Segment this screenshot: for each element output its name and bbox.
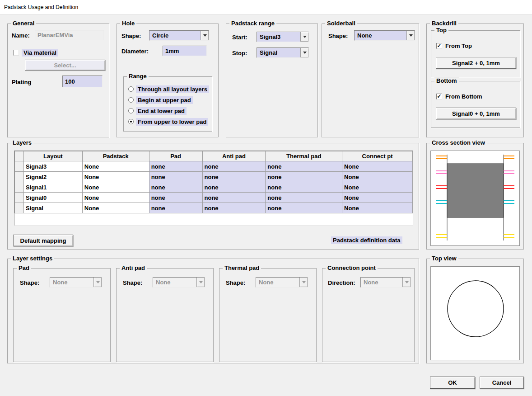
direction-combo[interactable]: None — [360, 277, 411, 288]
stop-combo[interactable]: Signal — [257, 47, 309, 58]
radio-through-all-layers-label: Through all layout layers — [136, 85, 209, 93]
direction-label: Direction: — [328, 279, 355, 286]
chevron-down-icon — [402, 278, 411, 287]
hole-shape-label: Shape: — [121, 33, 141, 39]
connection-point-legend: Connection point — [326, 264, 378, 271]
cell-anti-pad[interactable]: none — [202, 203, 266, 213]
hole-diameter-input[interactable] — [163, 46, 207, 56]
start-combo[interactable]: Signal3 — [257, 32, 309, 42]
backdrill-top-group: Top From Top Signal2 + 0, 1mm — [431, 30, 520, 77]
top-view-legend: Top view — [430, 255, 458, 262]
cell-anti-pad[interactable]: none — [202, 193, 266, 203]
default-mapping-button[interactable]: Default mapping — [13, 235, 73, 246]
radio-end-lower-pad[interactable] — [128, 108, 134, 113]
table-row: Signal3 None none none none None — [15, 161, 413, 172]
backdrill-bottom-button[interactable]: Signal0 + 0, 1mm — [436, 108, 516, 119]
via-material-checkbox[interactable] — [13, 50, 19, 56]
padstack-range-legend: Padstack range — [229, 20, 276, 27]
hole-shape-combo[interactable]: Circle — [149, 30, 209, 41]
radio-through-all-layers[interactable] — [128, 86, 134, 92]
radio-upper-to-lower-pad[interactable] — [128, 119, 134, 124]
cell-padstack[interactable]: None — [82, 203, 149, 213]
solderball-shape-combo[interactable]: None — [354, 30, 415, 41]
cross-section-canvas[interactable] — [430, 151, 520, 246]
cell-thermal-pad[interactable]: none — [266, 172, 342, 182]
cancel-button[interactable]: Cancel — [480, 377, 524, 389]
backdrill-bottom-group: Bottom From Bottom Signal0 + 0, 1mm — [431, 81, 520, 128]
chevron-down-icon — [201, 31, 209, 40]
cell-connect-pt[interactable]: None — [342, 172, 413, 182]
name-input[interactable] — [35, 30, 104, 40]
cell-layout[interactable]: Signal — [23, 203, 82, 213]
cell-layout[interactable]: Signal0 — [23, 193, 82, 203]
anti-pad-shape-combo[interactable]: None — [153, 277, 205, 288]
cell-pad[interactable]: none — [149, 203, 202, 213]
cell-thermal-pad[interactable]: none — [266, 161, 342, 172]
top-view-drawing — [431, 267, 519, 360]
cell-pad[interactable]: none — [149, 172, 202, 182]
window-title: Padstack Usage and Definition — [4, 4, 78, 10]
table-header-row: Layout Padstack Pad Anti pad Thermal pad… — [15, 151, 413, 161]
layer-settings-legend: Layer settings — [11, 255, 54, 262]
cell-padstack[interactable]: None — [82, 161, 149, 172]
cell-connect-pt[interactable]: None — [342, 193, 413, 203]
cell-connect-pt[interactable]: None — [342, 203, 413, 213]
cell-layout[interactable]: Signal1 — [23, 182, 82, 193]
cell-anti-pad[interactable]: none — [202, 172, 266, 182]
from-top-checkbox[interactable] — [436, 43, 442, 49]
col-header-pad: Pad — [149, 151, 202, 161]
top-view-canvas[interactable] — [430, 266, 520, 360]
cross-section-drawing — [431, 151, 519, 245]
cross-section-legend: Cross section view — [430, 139, 487, 146]
cell-connect-pt[interactable]: None — [342, 182, 413, 193]
ok-button[interactable]: OK — [430, 377, 475, 389]
layers-group: Layers Layout Padstack Pad Anti pad Ther… — [7, 143, 419, 250]
cell-anti-pad[interactable]: none — [202, 182, 266, 193]
pad-shape-combo[interactable]: None — [50, 277, 102, 288]
connection-point-group: Connection point Direction: None — [322, 268, 415, 362]
padstack-range-group: Padstack range Start: Signal3 Stop: Sign… — [226, 24, 318, 137]
cell-padstack[interactable]: None — [82, 182, 149, 193]
layers-table[interactable]: Layout Padstack Pad Anti pad Thermal pad… — [14, 151, 413, 226]
backdrill-bottom-legend: Bottom — [434, 77, 459, 84]
cell-pad[interactable]: none — [149, 161, 202, 172]
chevron-down-icon — [406, 31, 415, 40]
col-header-thermal-pad: Thermal pad — [266, 151, 342, 161]
solderball-group: Solderball Shape: None — [322, 24, 419, 137]
table-row: Signal None none none none None — [15, 203, 413, 213]
solderball-shape-label: Shape: — [328, 33, 348, 39]
cell-padstack[interactable]: None — [82, 172, 149, 182]
from-bottom-checkbox[interactable] — [436, 94, 442, 99]
pad-shape-label: Shape: — [20, 279, 39, 286]
cell-connect-pt[interactable]: None — [342, 161, 413, 172]
backdrill-top-button[interactable]: Signal2 + 0, 1mm — [436, 57, 516, 69]
radio-begin-upper-pad-label: Begin at upper pad — [136, 96, 193, 104]
thermal-pad-group: Thermal pad Shape: None — [219, 268, 317, 362]
col-header-padstack: Padstack — [82, 151, 149, 161]
top-view-group: Top view — [426, 259, 524, 363]
thermal-pad-legend: Thermal pad — [223, 264, 261, 271]
anti-pad-group: Anti pad Shape: None — [116, 268, 214, 362]
plating-input[interactable] — [62, 75, 103, 87]
cell-thermal-pad[interactable]: none — [266, 182, 342, 193]
range-group: Range Through all layout layers Begin at… — [123, 76, 212, 132]
select-button[interactable]: Select... — [25, 60, 105, 71]
padstack-definition-data-link[interactable]: Padstack definition data — [331, 236, 402, 244]
radio-begin-upper-pad[interactable] — [128, 97, 134, 103]
cell-thermal-pad[interactable]: none — [266, 193, 342, 203]
col-header-connect-pt: Connect pt — [342, 151, 413, 161]
radio-end-lower-pad-label: End at lower pad — [136, 107, 187, 115]
cell-padstack[interactable]: None — [82, 193, 149, 203]
cell-pad[interactable]: none — [149, 193, 202, 203]
cell-anti-pad[interactable]: none — [202, 161, 266, 172]
start-label: Start: — [232, 34, 247, 41]
stop-label: Stop: — [232, 50, 247, 57]
cell-layout[interactable]: Signal3 — [23, 161, 82, 172]
name-label: Name: — [12, 32, 30, 39]
cell-thermal-pad[interactable]: none — [266, 203, 342, 213]
cell-pad[interactable]: none — [149, 182, 202, 193]
thermal-pad-shape-combo[interactable]: None — [256, 277, 308, 288]
cell-layout[interactable]: Signal2 — [23, 172, 82, 182]
solderball-legend: Solderball — [325, 20, 357, 27]
general-group: General Name: Via material Select... Pla… — [7, 24, 109, 137]
